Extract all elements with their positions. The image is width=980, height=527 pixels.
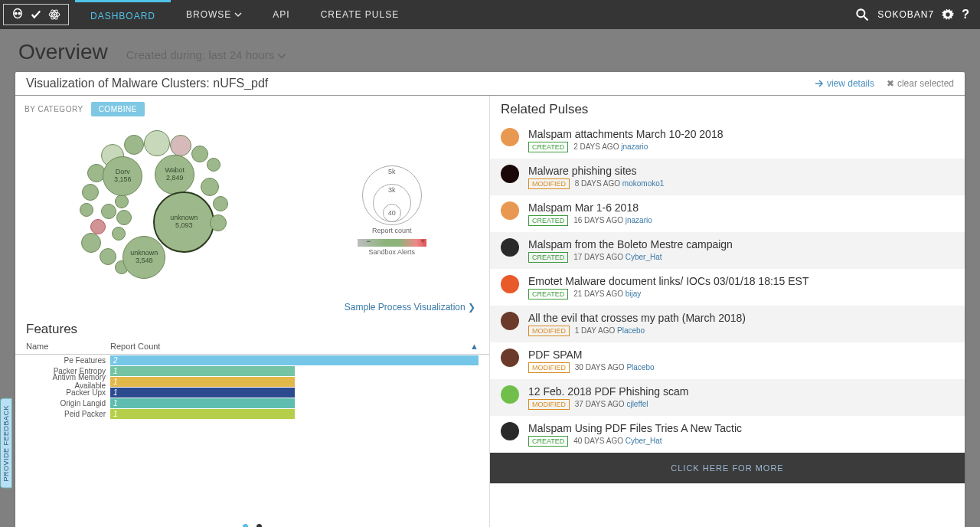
bubble-small[interactable] bbox=[210, 214, 227, 231]
feature-bar: 1 bbox=[110, 366, 295, 376]
logo[interactable] bbox=[3, 4, 69, 25]
view-details-link[interactable]: view details bbox=[815, 78, 874, 89]
feature-row[interactable]: Peid Packer 1 bbox=[15, 408, 489, 419]
bubble-small[interactable] bbox=[191, 146, 208, 162]
avatar bbox=[501, 165, 519, 183]
bubble-small[interactable] bbox=[80, 203, 93, 217]
avatar bbox=[501, 349, 519, 367]
bubble-small[interactable] bbox=[124, 135, 144, 155]
features-heading: Features bbox=[15, 319, 489, 339]
bubble-small[interactable] bbox=[207, 158, 220, 172]
feature-row[interactable]: Packer Upx 1 bbox=[15, 387, 489, 398]
gear-icon[interactable] bbox=[942, 8, 954, 21]
pulse-author[interactable]: mokomoko1 bbox=[622, 179, 664, 188]
panel-header: Visualization of Malware Clusters: nUFS_… bbox=[15, 72, 965, 96]
avatar bbox=[501, 128, 519, 146]
bubble-small[interactable] bbox=[81, 233, 101, 253]
related-pulses-heading: Related Pulses bbox=[490, 96, 965, 122]
avatar bbox=[501, 201, 519, 220]
pulse-meta: MODIFIED 8 DAYS AGO mokomoko1 bbox=[528, 178, 954, 189]
bubble-small[interactable] bbox=[170, 135, 191, 156]
ring-label: 5k bbox=[388, 168, 396, 175]
bubble-unknown-med[interactable]: unknown 3,548 bbox=[122, 236, 165, 279]
pulse-meta: CREATED 40 DAYS AGO Cyber_Hat bbox=[528, 436, 954, 447]
pulse-time: 8 DAYS AGO bbox=[575, 179, 620, 188]
pulse-item[interactable]: Malware phishing sites MODIFIED 8 DAYS A… bbox=[490, 159, 965, 195]
sample-process-link[interactable]: Sample Process Visualization ❯ bbox=[345, 302, 475, 313]
nav-create-pulse[interactable]: CREATE PULSE bbox=[305, 0, 414, 29]
col-report-count-label: Report Count bbox=[110, 342, 160, 351]
right-column: Related Pulses Malspam attachments March… bbox=[490, 96, 965, 527]
pulse-title: 12 Feb. 2018 PDF Phishing scam bbox=[528, 385, 954, 398]
feature-row[interactable]: Pe Features 2 bbox=[15, 355, 489, 365]
bubble-small[interactable] bbox=[116, 210, 132, 225]
bubble-small[interactable] bbox=[82, 184, 99, 201]
bubble-dorv[interactable]: Dorv 3,156 bbox=[103, 156, 142, 196]
load-more-button[interactable]: CLICK HERE FOR MORE bbox=[490, 453, 965, 483]
top-nav: DASHBOARD BROWSE API CREATE PULSE SOKOBA… bbox=[0, 0, 980, 29]
help-icon[interactable]: ? bbox=[962, 8, 969, 21]
chevron-right-icon: ❯ bbox=[468, 302, 475, 313]
page-dot[interactable] bbox=[256, 524, 262, 527]
time-filter[interactable]: Created during: last 24 hours bbox=[126, 48, 287, 61]
status-badge: MODIFIED bbox=[528, 362, 570, 373]
pulse-item[interactable]: Malspam attachments March 10-20 2018 CRE… bbox=[490, 122, 965, 159]
bubble-chart[interactable]: Dorv 3,156 Wabot 2,849 unknown 5,093 unk… bbox=[78, 130, 262, 291]
bubble-small[interactable] bbox=[201, 178, 219, 196]
svg-point-1 bbox=[15, 12, 17, 14]
nav-dashboard[interactable]: DASHBOARD bbox=[75, 0, 171, 29]
combine-button[interactable]: COMBINE bbox=[91, 102, 145, 116]
bubble-wabot[interactable]: Wabot 2,849 bbox=[155, 155, 194, 195]
col-report-count[interactable]: Report Count ▲ bbox=[110, 342, 479, 351]
pulse-time: 40 DAYS AGO bbox=[573, 437, 623, 445]
pulse-item[interactable]: 12 Feb. 2018 PDF Phishing scam MODIFIED … bbox=[490, 379, 965, 416]
pulse-author[interactable]: Placebo bbox=[626, 363, 654, 372]
pulse-author[interactable]: Cyber_Hat bbox=[626, 437, 662, 445]
panel-title: Visualization of Malware Clusters: nUFS_… bbox=[26, 77, 802, 90]
view-details-label: view details bbox=[827, 78, 874, 89]
svg-point-7 bbox=[858, 9, 865, 17]
bubble-small[interactable] bbox=[90, 219, 106, 234]
pulse-author[interactable]: jnazario bbox=[621, 142, 648, 151]
pulse-item[interactable]: PDF SPAM MODIFIED 30 DAYS AGO Placebo bbox=[490, 342, 965, 379]
bubble-small[interactable] bbox=[100, 248, 116, 265]
bubble-unknown-large[interactable]: unknown 5,093 bbox=[153, 191, 214, 253]
bubble-small[interactable] bbox=[213, 196, 228, 211]
col-name[interactable]: Name bbox=[26, 342, 110, 351]
feedback-tab[interactable]: PROVIDE FEEDBACK bbox=[0, 398, 12, 489]
page-dot-active[interactable] bbox=[243, 524, 248, 527]
clear-selected-label: clear selected bbox=[897, 78, 954, 89]
pulse-author[interactable]: Placebo bbox=[617, 326, 645, 335]
bubble-small[interactable] bbox=[115, 195, 129, 208]
clear-selected-link[interactable]: ✖ clear selected bbox=[887, 78, 954, 89]
pulse-item[interactable]: Malspam Using PDF Files Tries A New Tact… bbox=[490, 416, 965, 453]
pulse-item[interactable]: Malspam from the Boleto Mestre campaign … bbox=[490, 232, 965, 269]
pulse-item[interactable]: Emotet Malware document links/ IOCs 03/0… bbox=[490, 269, 965, 306]
nav-browse[interactable]: BROWSE bbox=[171, 0, 257, 29]
bubble-small[interactable] bbox=[101, 204, 116, 219]
feature-name: Pe Features bbox=[26, 356, 110, 365]
feature-row[interactable]: Origin Langid 1 bbox=[15, 398, 489, 408]
feature-bar: 1 bbox=[110, 377, 295, 387]
pulse-title: Emotet Malware document links/ IOCs 03/0… bbox=[528, 275, 954, 287]
pulse-item[interactable]: Malspam Mar 1-6 2018 CREATED 16 DAYS AGO… bbox=[490, 195, 965, 232]
nav-api[interactable]: API bbox=[257, 0, 305, 29]
pulse-author[interactable]: Cyber_Hat bbox=[626, 253, 662, 261]
username[interactable]: SOKOBAN7 bbox=[877, 9, 934, 20]
status-badge: CREATED bbox=[528, 215, 568, 226]
feature-bar: 2 bbox=[110, 355, 479, 365]
feature-row[interactable]: Antivm Memory Available 1 bbox=[15, 376, 489, 387]
search-icon[interactable] bbox=[854, 7, 870, 22]
overview-bar: Overview Created during: last 24 hours bbox=[0, 29, 980, 72]
pulse-item[interactable]: All the evil that crosses my path (March… bbox=[490, 306, 965, 342]
avatar bbox=[501, 385, 519, 404]
pulse-author[interactable]: cjleffel bbox=[626, 400, 648, 408]
pulse-author[interactable]: jnazario bbox=[626, 216, 652, 224]
pulse-author[interactable]: bijay bbox=[626, 290, 642, 298]
ring-label: 40 bbox=[388, 209, 396, 217]
feature-name: Peid Packer bbox=[26, 410, 110, 418]
bubble-small[interactable] bbox=[144, 130, 170, 156]
bubble-small[interactable] bbox=[112, 227, 126, 241]
cluster-canvas[interactable]: Dorv 3,156 Wabot 2,849 unknown 5,093 unk… bbox=[15, 123, 489, 299]
status-badge: CREATED bbox=[528, 289, 568, 300]
